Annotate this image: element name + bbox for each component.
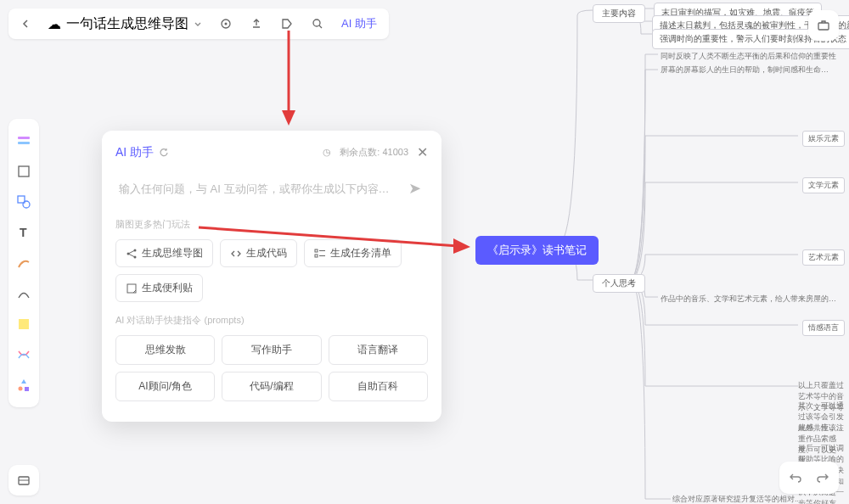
left-toolbar: T xyxy=(8,119,39,407)
svg-line-3 xyxy=(319,25,322,28)
mindmap-branch[interactable]: 文学元素 xyxy=(802,177,845,193)
code-icon xyxy=(230,248,242,260)
ai-chip-mindmap[interactable]: 生成思维导图 xyxy=(115,239,213,267)
svg-rect-22 xyxy=(315,255,318,257)
clock-icon: ◷ xyxy=(323,147,331,158)
svg-line-19 xyxy=(128,254,135,257)
mindmap-hub-content[interactable]: 主要内容 xyxy=(593,4,645,23)
svg-point-1 xyxy=(225,23,228,25)
ai-prompt-chip[interactable]: 写作助手 xyxy=(222,335,321,365)
ai-prompt-chip[interactable]: 思维发散 xyxy=(115,335,215,365)
document-title-text: 一句话生成思维导图 xyxy=(66,15,188,33)
ai-prompt-input[interactable] xyxy=(119,182,405,195)
svg-rect-29 xyxy=(818,23,829,30)
svg-text:T: T xyxy=(20,226,27,239)
refresh-icon[interactable] xyxy=(159,148,169,158)
mindmap-leaf[interactable]: 作品中的音乐、文学和艺术元素，给人带来房屋的推荐感受 xyxy=(661,294,839,305)
undo-redo-group xyxy=(779,462,839,494)
svg-rect-12 xyxy=(25,387,29,391)
ai-chip-code[interactable]: 生成代码 xyxy=(220,239,297,267)
remaining-points-label: 剩余点数: xyxy=(340,147,380,157)
undo-button[interactable] xyxy=(784,467,807,489)
ai-prompt-chip[interactable]: 语言翻译 xyxy=(329,335,428,365)
mindmap-leaf[interactable]: 屏幕的屏幕影人的生日的帮助，制时间感和生命价值的视角观察更好陷害者模型 xyxy=(661,64,830,76)
ai-prompt-chip[interactable]: 自助百科 xyxy=(329,372,428,401)
mindmap-icon xyxy=(126,248,138,260)
remaining-points-value: 41003 xyxy=(382,147,408,157)
svg-rect-5 xyxy=(18,142,30,144)
tool-frame[interactable] xyxy=(12,160,36,183)
ai-chip-sticky[interactable]: 生成便利贴 xyxy=(115,274,203,302)
sticky-icon xyxy=(126,283,138,294)
mindmap-branch[interactable]: 艺术元素 xyxy=(802,249,845,266)
export-button[interactable] xyxy=(241,12,272,36)
svg-point-8 xyxy=(23,201,30,208)
svg-rect-10 xyxy=(19,319,29,329)
svg-rect-20 xyxy=(315,249,318,252)
mindmap-branch[interactable]: 情感语言 xyxy=(802,320,845,336)
redo-button[interactable] xyxy=(812,467,834,489)
top-toolbar: ☁ 一句话生成思维导图 AI 助手 xyxy=(8,8,389,39)
layers-icon xyxy=(16,473,31,488)
back-button[interactable] xyxy=(12,14,39,34)
svg-rect-6 xyxy=(19,166,29,176)
document-title[interactable]: ☁ 一句话生成思维导图 xyxy=(39,15,211,33)
briefcase-icon xyxy=(816,18,831,33)
ai-assistant-panel: AI 助手 ◷ 剩余点数: 41003 ✕ ➤ 脑图更多热门玩法 生成思维导图生… xyxy=(102,131,441,422)
close-button[interactable]: ✕ xyxy=(417,144,428,160)
cloud-icon: ☁ xyxy=(48,16,61,32)
ai-prompt-chip[interactable]: 代码/编程 xyxy=(222,372,321,401)
tool-more-shapes[interactable] xyxy=(12,373,36,397)
tool-pen[interactable] xyxy=(12,251,36,275)
mindmap-leaf[interactable]: 综合对应原著研究提升复活等的相对... xyxy=(672,494,801,504)
toolbox-button[interactable] xyxy=(808,10,839,41)
search-button[interactable] xyxy=(302,12,333,36)
tool-shape[interactable] xyxy=(12,190,36,214)
svg-point-11 xyxy=(19,387,23,391)
section-label-hot: 脑图更多热门玩法 xyxy=(115,218,428,231)
svg-rect-4 xyxy=(18,137,30,139)
mindmap-branch[interactable]: 娱乐元素 xyxy=(802,131,845,147)
tag-button[interactable] xyxy=(272,12,302,36)
mindmap-leaf[interactable]: 同时反映了人类不断生态平衡的后果和信仰的重要性 xyxy=(661,51,836,62)
checklist-icon xyxy=(314,248,326,260)
tool-cross-lines[interactable] xyxy=(12,343,36,367)
svg-point-2 xyxy=(313,20,320,26)
mindmap-root-node[interactable]: 《启示录》读书笔记 xyxy=(475,236,599,265)
svg-line-18 xyxy=(128,250,135,254)
tool-sticky-note[interactable] xyxy=(12,312,36,336)
layers-button[interactable] xyxy=(8,465,39,496)
ai-chip-checklist[interactable]: 生成任务清单 xyxy=(304,239,402,267)
send-button[interactable]: ➤ xyxy=(405,179,424,198)
chevron-down-icon xyxy=(194,20,202,28)
tool-connector[interactable] xyxy=(12,282,36,305)
settings-button[interactable] xyxy=(211,12,241,36)
ai-assistant-button[interactable]: AI 助手 xyxy=(333,11,385,36)
ai-prompt-chip[interactable]: AI顾问/角色 xyxy=(115,372,215,401)
section-label-prompts: AI 对话助手快捷指令 (prompts) xyxy=(115,314,428,327)
tool-text-block[interactable] xyxy=(12,129,36,153)
ai-panel-title: AI 助手 xyxy=(115,145,154,160)
tool-text[interactable]: T xyxy=(12,221,36,244)
mindmap-hub-thought[interactable]: 个人思考 xyxy=(593,274,645,293)
